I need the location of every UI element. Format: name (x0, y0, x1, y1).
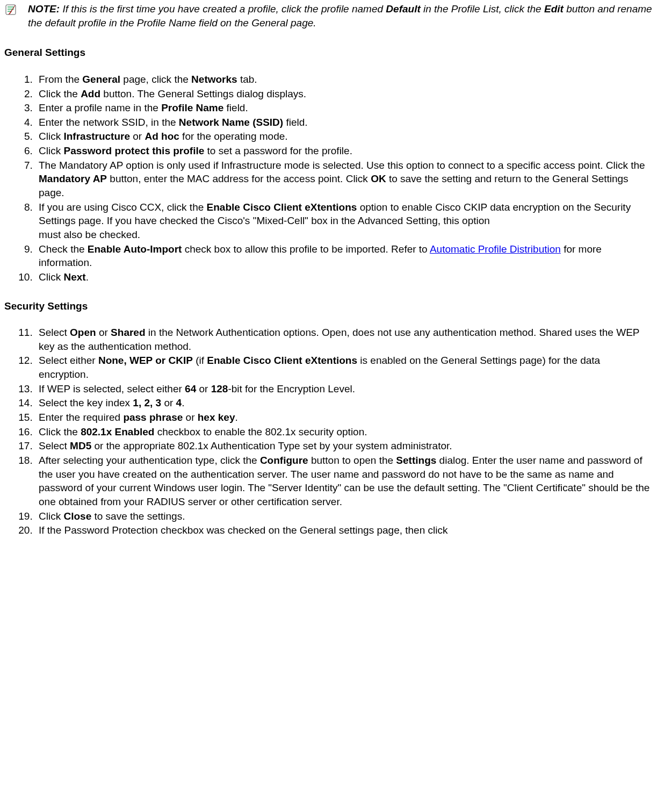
list-item: Click Next. (35, 270, 653, 284)
security-settings-list: Select Open or Shared in the Network Aut… (4, 326, 653, 537)
general-settings-list: From the General page, click the Network… (4, 73, 653, 284)
list-item: Click Infrastructure or Ad hoc for the o… (35, 130, 653, 143)
heading-general-settings: General Settings (4, 46, 653, 60)
note-label: NOTE: (28, 3, 60, 15)
list-item: Check the Enable Auto-Import check box t… (35, 242, 653, 270)
list-item: Select MD5 or the appropriate 802.1x Aut… (35, 439, 653, 453)
list-item: Select Open or Shared in the Network Aut… (35, 326, 653, 353)
list-item: If the Password Protection checkbox was … (35, 523, 653, 537)
list-item: The Mandatory AP option is only used if … (35, 159, 653, 200)
list-item: If WEP is selected, select either 64 or … (35, 382, 653, 396)
note-block: NOTE: If this is the first time you have… (4, 2, 653, 30)
list-item: Enter the required pass phrase or hex ke… (35, 411, 653, 425)
list-item: Select the key index 1, 2, 3 or 4. (35, 396, 653, 410)
list-item: From the General page, click the Network… (35, 73, 653, 87)
list-item: Click the 802.1x Enabled checkbox to ena… (35, 425, 653, 439)
heading-security-settings: Security Settings (4, 299, 653, 313)
list-item: If you are using Cisco CCX, click the En… (35, 200, 653, 242)
list-item: Click Close to save the settings. (35, 509, 653, 523)
note-text: NOTE: If this is the first time you have… (28, 2, 653, 30)
list-item: Enter a profile name in the Profile Name… (35, 101, 653, 115)
svg-rect-0 (6, 5, 16, 15)
link-auto-profile-dist[interactable]: Automatic Profile Distribution (430, 243, 561, 255)
list-item: Select either None, WEP or CKIP (if Enab… (35, 354, 653, 381)
list-item: Click the Add button. The General Settin… (35, 87, 653, 101)
list-item: Enter the network SSID, in the Network N… (35, 116, 653, 130)
note-icon (4, 3, 18, 21)
list-item: Click Password protect this profile to s… (35, 144, 653, 158)
list-item: After selecting your authentication type… (35, 454, 653, 509)
